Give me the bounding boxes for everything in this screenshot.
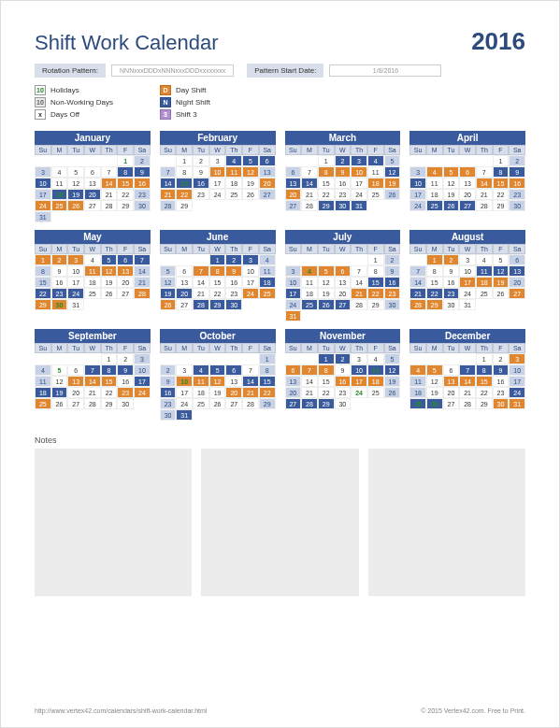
day-cell: 12 <box>51 376 68 387</box>
day-cell: 10 <box>176 376 193 387</box>
day-cell: 26 <box>443 200 460 211</box>
day-cell: 1 <box>318 353 335 364</box>
day-cell: 21 <box>193 288 209 299</box>
month-january: JanuarySuMTuWThFSa1234567891011121314151… <box>35 131 151 222</box>
legend-item: 10Non-Working Days <box>35 97 113 107</box>
month-header: November <box>285 329 401 343</box>
dow-cell: Sa <box>134 244 151 254</box>
day-cell: 12 <box>443 178 460 189</box>
day-cell: 19 <box>101 277 118 288</box>
day-cell: 9 <box>443 265 460 277</box>
dow-cell: Tu <box>67 244 84 254</box>
day-cell: 9 <box>335 166 352 178</box>
day-cell: 30 <box>134 200 151 211</box>
day-cell: 30 <box>443 299 460 310</box>
day-cell: 9 <box>134 166 151 178</box>
day-cell: 21 <box>301 189 318 200</box>
dow-cell: Sa <box>384 244 401 254</box>
day-cell: 28 <box>459 398 476 409</box>
footer: http://www.vertex42.com/calendars/shift-… <box>35 707 525 714</box>
day-cell: 6 <box>509 254 525 265</box>
day-cell: 19 <box>318 288 335 299</box>
day-cell: 16 <box>493 376 510 387</box>
day-cell: 20 <box>84 189 101 200</box>
dow-cell: F <box>367 244 384 254</box>
day-cell: 28 <box>351 299 367 310</box>
day-cell: 29 <box>117 200 134 211</box>
day-cell: 22 <box>318 189 335 200</box>
day-cell: 13 <box>443 376 460 387</box>
day-cell: 6 <box>225 364 242 376</box>
day-cell: 18 <box>51 189 68 200</box>
start-date-value[interactable]: 1/8/2016 <box>329 64 441 77</box>
calendar-page: Shift Work Calendar 2016 Rotation Patter… <box>0 0 560 728</box>
day-cell: 14 <box>134 265 151 277</box>
day-cell: 14 <box>84 376 101 387</box>
day-cell: 14 <box>301 376 318 387</box>
dow-cell: F <box>117 244 134 254</box>
month-june: JuneSuMTuWThFSa1234567891011121314151617… <box>160 230 276 321</box>
day-cell: 21 <box>301 387 318 398</box>
day-cell: 2 <box>335 155 352 166</box>
calendar-grid: JanuarySuMTuWThFSa1234567891011121314151… <box>35 131 525 421</box>
note-box-2[interactable] <box>201 449 358 596</box>
dow-cell: Sa <box>259 244 276 254</box>
day-cell: 17 <box>351 376 367 387</box>
day-cell: 3 <box>176 364 193 376</box>
day-cell: 10 <box>285 277 302 288</box>
day-cell: 3 <box>351 353 367 364</box>
note-box-3[interactable] <box>368 449 525 596</box>
day-cell: 23 <box>134 189 151 200</box>
day-cell: 21 <box>84 387 101 398</box>
dow-cell: Sa <box>509 343 525 353</box>
dow-cell: W <box>84 244 101 254</box>
day-cell: 31 <box>35 211 51 222</box>
dow-cell: F <box>242 244 259 254</box>
day-cell: 29 <box>101 398 118 409</box>
dow-cell: Th <box>476 343 493 353</box>
day-cell: 22 <box>476 387 493 398</box>
day-cell: 14 <box>301 178 318 189</box>
dow-cell: M <box>426 145 443 155</box>
day-cell: 27 <box>225 398 242 409</box>
day-cell: 6 <box>443 364 460 376</box>
day-cell: 1 <box>35 254 51 265</box>
dow-cell: Tu <box>67 145 84 155</box>
day-cell: 29 <box>318 200 335 211</box>
day-cell: 16 <box>160 387 177 398</box>
note-box-1[interactable] <box>35 449 192 596</box>
day-cell: 4 <box>51 166 68 178</box>
legend-item: 3Shift 3 <box>160 109 210 120</box>
day-cell: 23 <box>335 189 352 200</box>
day-cell: 3 <box>409 166 426 178</box>
month-november: NovemberSuMTuWThFSa123456789101112131415… <box>285 329 401 421</box>
day-cell: 18 <box>35 387 51 398</box>
day-cell: 30 <box>509 200 525 211</box>
day-cell: 7 <box>134 254 151 265</box>
rotation-pattern-value[interactable]: NNNxxxDDDxNNNxxxDDDxxxxxxxx <box>111 64 234 77</box>
day-of-week-row: SuMTuWThFSa <box>160 244 276 254</box>
day-of-week-row: SuMTuWThFSa <box>409 244 525 254</box>
day-cell: 16 <box>384 277 401 288</box>
day-cell: 28 <box>476 200 493 211</box>
day-cell: 29 <box>209 299 226 310</box>
day-cell: 23 <box>51 288 68 299</box>
day-cell: 22 <box>318 387 335 398</box>
day-cell: 20 <box>259 178 276 189</box>
days-grid: 1234567891011121314151617181920212223242… <box>285 155 401 211</box>
day-cell: 13 <box>84 178 101 189</box>
day-cell: 1 <box>176 155 193 166</box>
start-date-control: Pattern Start Date: 1/8/2016 <box>247 64 441 78</box>
day-cell: 25 <box>84 288 101 299</box>
day-cell: 22 <box>426 288 443 299</box>
day-cell: 4 <box>84 254 101 265</box>
dow-cell: Th <box>351 343 367 353</box>
days-grid: 1234567891011121314151617181920212223242… <box>409 353 525 409</box>
day-cell: 22 <box>117 189 134 200</box>
day-cell: 10 <box>351 166 367 178</box>
day-cell: 7 <box>459 364 476 376</box>
day-cell: 24 <box>459 288 476 299</box>
dow-cell: Th <box>476 244 493 254</box>
day-cell: 16 <box>225 277 242 288</box>
month-december: DecemberSuMTuWThFSa123456789101112131415… <box>409 329 525 421</box>
